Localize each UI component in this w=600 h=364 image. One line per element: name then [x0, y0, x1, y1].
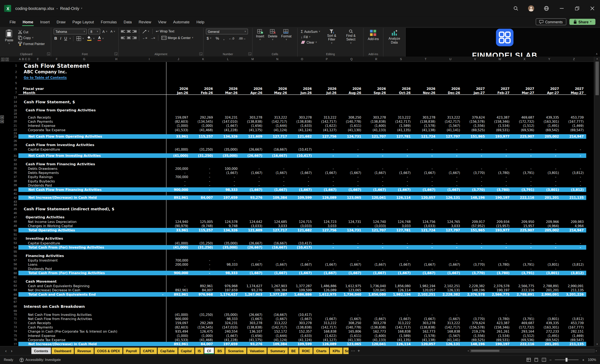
addins-button[interactable]: Add-ins [366, 29, 380, 41]
cell[interactable]: - [191, 175, 216, 179]
comments-button[interactable]: Comments [535, 18, 566, 25]
cell[interactable]: - [314, 179, 339, 183]
row-number[interactable]: 18 [5, 112, 17, 115]
row-label[interactable]: ABC Company Inc. [24, 69, 67, 75]
align-top-icon[interactable] [121, 30, 125, 33]
cell[interactable]: 214,947 [562, 134, 586, 139]
cell[interactable]: (1,667) [290, 317, 314, 321]
cell[interactable]: 126,114 [388, 195, 413, 200]
increase-decimal-button[interactable]: ←.0 [228, 36, 235, 40]
cell[interactable]: (138,838) [290, 325, 314, 329]
cell[interactable]: (147,010) [216, 325, 240, 329]
row-number[interactable]: 29 [5, 147, 17, 151]
cell[interactable]: (26,667) [240, 153, 265, 158]
row-number[interactable]: 16 [5, 108, 17, 112]
row-number[interactable]: 60 [5, 271, 17, 275]
cell[interactable]: (82,603) [166, 325, 191, 329]
cell[interactable]: (35,000) [216, 147, 240, 151]
cell[interactable]: - [339, 312, 364, 317]
row-label[interactable]: Cash Receipts [28, 321, 51, 325]
cell[interactable]: - [339, 166, 364, 170]
vertical-scrollbar-thumb[interactable] [595, 62, 599, 95]
row-label[interactable]: Dividends Paid [28, 266, 52, 271]
vertical-scrollbar[interactable]: ▲ ▼ [594, 57, 600, 346]
cell[interactable]: (1,667) [339, 317, 364, 321]
cell[interactable]: (1,667) [364, 317, 389, 321]
menu-tab-automate[interactable]: Automate [170, 18, 193, 25]
cell[interactable]: (1,491) [537, 333, 562, 337]
cell[interactable]: 1,736,040 [339, 292, 364, 297]
sheet-tab-roic[interactable]: ROIC [299, 347, 313, 354]
row-label[interactable]: Net Cash Flow from Investing Activities [28, 312, 92, 317]
cell[interactable]: (156,578) [463, 325, 488, 329]
menu-tab-view[interactable]: View [155, 18, 170, 25]
cell[interactable]: 134,326 [216, 134, 240, 139]
sheet-tab-bs[interactable]: BS [215, 347, 225, 354]
row-number[interactable]: 23 [5, 132, 17, 134]
cell[interactable]: 121,707 [364, 134, 389, 139]
cell[interactable]: 2027 [512, 86, 537, 91]
cell[interactable]: 303,278 [413, 321, 438, 325]
cell[interactable]: 126,114 [388, 342, 413, 346]
cell[interactable]: - [488, 179, 512, 183]
cell[interactable]: (3,812) [562, 271, 586, 275]
cell[interactable]: - [463, 175, 488, 179]
minimize-button[interactable] [554, 0, 569, 17]
row-label[interactable]: Net Income Less Depreciation [28, 219, 76, 224]
cell[interactable]: 2026 [413, 86, 438, 91]
cell[interactable]: (1,600) [364, 333, 389, 337]
cell[interactable]: 2026 [290, 86, 314, 91]
cell[interactable]: 4,964 [562, 224, 586, 228]
col-header-F[interactable]: F [56, 57, 58, 62]
cell[interactable]: 1,982,194 [388, 292, 413, 297]
row-number[interactable]: 19 [5, 115, 17, 119]
cell[interactable]: 127,781 [388, 228, 413, 232]
cell[interactable]: (138,838) [240, 119, 265, 123]
cell[interactable]: - [537, 166, 562, 170]
row-number[interactable]: 38 [5, 179, 17, 183]
wrap-text-button[interactable]: ↩ Wrap Text [155, 29, 175, 34]
row-label[interactable]: Change in Cash (Pre-Corporate Tax & Inte… [28, 329, 117, 333]
cell[interactable]: 120,057 [413, 342, 438, 346]
cell[interactable]: (41,000) [166, 245, 191, 250]
cell[interactable]: - [488, 241, 512, 245]
cell[interactable]: - [463, 245, 488, 250]
row-label[interactable]: Net Cash Flow from Operating Activities [28, 134, 102, 139]
cell[interactable]: 313,222 [314, 321, 339, 325]
cell[interactable]: 2026 [438, 86, 463, 91]
cell[interactable]: 2026 [339, 86, 364, 91]
cell[interactable]: (41,133) [364, 128, 389, 132]
col-header-J[interactable]: J [178, 57, 179, 62]
col-header-Z[interactable]: Z [573, 57, 575, 62]
cell[interactable]: 109,384 [265, 288, 290, 292]
cell[interactable]: - [364, 179, 389, 183]
cell[interactable]: - [562, 147, 586, 151]
cell[interactable]: 2,102,251 [413, 292, 438, 297]
cell[interactable]: - [562, 312, 586, 317]
cell[interactable]: (1,469) [562, 124, 586, 128]
cell[interactable]: 700,000 [166, 175, 191, 179]
row-label[interactable]: Total Cash and Cash Equivalents End [28, 292, 96, 297]
cell[interactable]: 93,276 [240, 195, 265, 200]
cell[interactable]: - [339, 241, 364, 245]
insert-cells-button[interactable]: Insert ∨ [255, 29, 265, 41]
row-label[interactable]: Corporate Tax Expense [28, 337, 65, 342]
menu-tab-formulas[interactable]: Formulas [97, 18, 120, 25]
cell[interactable]: (3,770) [463, 187, 488, 192]
cell[interactable]: 15,957 [512, 224, 537, 228]
cell[interactable]: (26,667) [240, 241, 265, 245]
cell[interactable]: 159,097 [166, 115, 191, 119]
zoom-out-button[interactable]: − [549, 358, 552, 362]
cell[interactable]: Jan-26 [166, 91, 191, 95]
cell[interactable]: 1,736,040 [364, 284, 389, 288]
col-header-A[interactable]: A [19, 57, 21, 62]
cell[interactable]: - [388, 258, 413, 262]
sheet-tab-cf[interactable]: CF [204, 347, 214, 354]
cell[interactable]: 98,333 [216, 187, 240, 192]
cell[interactable]: (1,667) [339, 262, 364, 266]
cell[interactable]: (31,250) [191, 153, 216, 158]
cell[interactable]: (1,622) [314, 124, 339, 128]
cell[interactable]: - [488, 175, 512, 179]
cell[interactable]: (1,667) [438, 187, 463, 192]
cell[interactable]: 136,107 [240, 329, 265, 333]
